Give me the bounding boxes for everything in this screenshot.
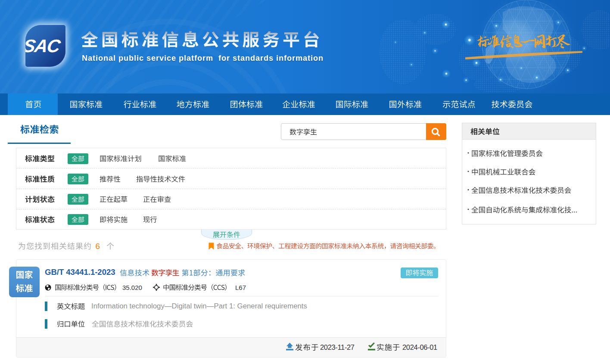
svg-text:SAC: SAC	[25, 36, 62, 56]
